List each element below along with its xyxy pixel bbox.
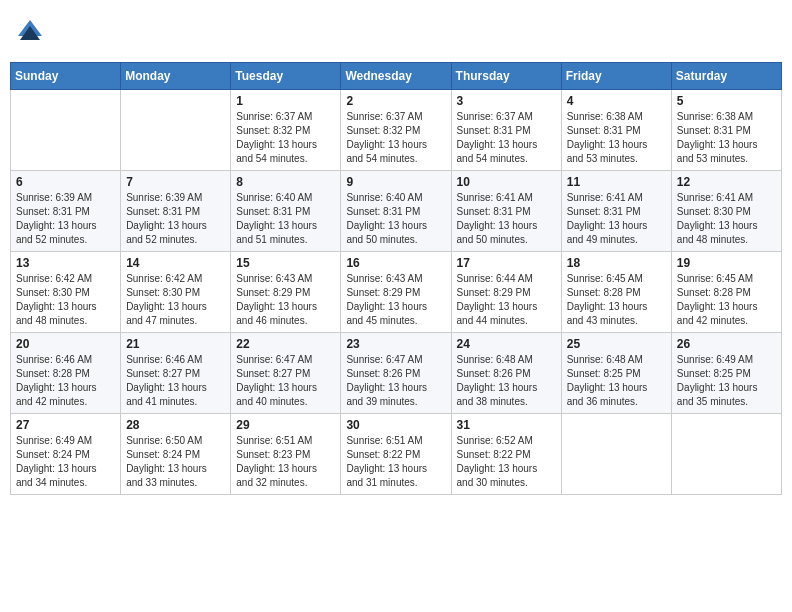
calendar-cell: 29Sunrise: 6:51 AM Sunset: 8:23 PM Dayli… [231,414,341,495]
day-number: 30 [346,418,445,432]
calendar-cell: 13Sunrise: 6:42 AM Sunset: 8:30 PM Dayli… [11,252,121,333]
day-number: 3 [457,94,556,108]
day-number: 2 [346,94,445,108]
day-info: Sunrise: 6:45 AM Sunset: 8:28 PM Dayligh… [677,272,776,328]
day-info: Sunrise: 6:42 AM Sunset: 8:30 PM Dayligh… [126,272,225,328]
day-info: Sunrise: 6:42 AM Sunset: 8:30 PM Dayligh… [16,272,115,328]
day-header-monday: Monday [121,63,231,90]
calendar-cell: 12Sunrise: 6:41 AM Sunset: 8:30 PM Dayli… [671,171,781,252]
day-info: Sunrise: 6:37 AM Sunset: 8:32 PM Dayligh… [236,110,335,166]
calendar-cell: 3Sunrise: 6:37 AM Sunset: 8:31 PM Daylig… [451,90,561,171]
day-info: Sunrise: 6:43 AM Sunset: 8:29 PM Dayligh… [346,272,445,328]
day-info: Sunrise: 6:39 AM Sunset: 8:31 PM Dayligh… [16,191,115,247]
calendar-cell: 4Sunrise: 6:38 AM Sunset: 8:31 PM Daylig… [561,90,671,171]
calendar-cell: 19Sunrise: 6:45 AM Sunset: 8:28 PM Dayli… [671,252,781,333]
day-number: 6 [16,175,115,189]
calendar-cell: 9Sunrise: 6:40 AM Sunset: 8:31 PM Daylig… [341,171,451,252]
day-header-thursday: Thursday [451,63,561,90]
calendar-cell: 16Sunrise: 6:43 AM Sunset: 8:29 PM Dayli… [341,252,451,333]
day-info: Sunrise: 6:49 AM Sunset: 8:24 PM Dayligh… [16,434,115,490]
day-number: 26 [677,337,776,351]
day-number: 23 [346,337,445,351]
day-info: Sunrise: 6:41 AM Sunset: 8:31 PM Dayligh… [457,191,556,247]
day-number: 31 [457,418,556,432]
calendar-cell: 6Sunrise: 6:39 AM Sunset: 8:31 PM Daylig… [11,171,121,252]
calendar-cell: 17Sunrise: 6:44 AM Sunset: 8:29 PM Dayli… [451,252,561,333]
day-number: 19 [677,256,776,270]
day-info: Sunrise: 6:47 AM Sunset: 8:26 PM Dayligh… [346,353,445,409]
calendar-cell: 31Sunrise: 6:52 AM Sunset: 8:22 PM Dayli… [451,414,561,495]
calendar-cell [121,90,231,171]
day-info: Sunrise: 6:47 AM Sunset: 8:27 PM Dayligh… [236,353,335,409]
day-info: Sunrise: 6:51 AM Sunset: 8:23 PM Dayligh… [236,434,335,490]
calendar-cell: 30Sunrise: 6:51 AM Sunset: 8:22 PM Dayli… [341,414,451,495]
day-header-friday: Friday [561,63,671,90]
day-info: Sunrise: 6:37 AM Sunset: 8:31 PM Dayligh… [457,110,556,166]
day-number: 11 [567,175,666,189]
day-number: 12 [677,175,776,189]
day-number: 20 [16,337,115,351]
calendar-cell: 20Sunrise: 6:46 AM Sunset: 8:28 PM Dayli… [11,333,121,414]
calendar-cell: 28Sunrise: 6:50 AM Sunset: 8:24 PM Dayli… [121,414,231,495]
calendar-cell: 5Sunrise: 6:38 AM Sunset: 8:31 PM Daylig… [671,90,781,171]
day-info: Sunrise: 6:44 AM Sunset: 8:29 PM Dayligh… [457,272,556,328]
calendar-cell: 1Sunrise: 6:37 AM Sunset: 8:32 PM Daylig… [231,90,341,171]
day-number: 5 [677,94,776,108]
calendar-header-row: SundayMondayTuesdayWednesdayThursdayFrid… [11,63,782,90]
calendar-table: SundayMondayTuesdayWednesdayThursdayFrid… [10,62,782,495]
calendar-week-5: 27Sunrise: 6:49 AM Sunset: 8:24 PM Dayli… [11,414,782,495]
day-number: 10 [457,175,556,189]
calendar-cell: 18Sunrise: 6:45 AM Sunset: 8:28 PM Dayli… [561,252,671,333]
day-header-saturday: Saturday [671,63,781,90]
day-number: 17 [457,256,556,270]
calendar-cell [561,414,671,495]
day-info: Sunrise: 6:43 AM Sunset: 8:29 PM Dayligh… [236,272,335,328]
day-number: 16 [346,256,445,270]
calendar-cell [11,90,121,171]
calendar-cell: 10Sunrise: 6:41 AM Sunset: 8:31 PM Dayli… [451,171,561,252]
day-number: 28 [126,418,225,432]
calendar-cell: 23Sunrise: 6:47 AM Sunset: 8:26 PM Dayli… [341,333,451,414]
day-info: Sunrise: 6:38 AM Sunset: 8:31 PM Dayligh… [567,110,666,166]
day-info: Sunrise: 6:48 AM Sunset: 8:26 PM Dayligh… [457,353,556,409]
calendar-week-3: 13Sunrise: 6:42 AM Sunset: 8:30 PM Dayli… [11,252,782,333]
day-header-sunday: Sunday [11,63,121,90]
calendar-cell: 24Sunrise: 6:48 AM Sunset: 8:26 PM Dayli… [451,333,561,414]
day-info: Sunrise: 6:48 AM Sunset: 8:25 PM Dayligh… [567,353,666,409]
day-info: Sunrise: 6:50 AM Sunset: 8:24 PM Dayligh… [126,434,225,490]
day-number: 27 [16,418,115,432]
day-number: 15 [236,256,335,270]
day-number: 25 [567,337,666,351]
day-info: Sunrise: 6:46 AM Sunset: 8:28 PM Dayligh… [16,353,115,409]
day-number: 4 [567,94,666,108]
day-number: 29 [236,418,335,432]
day-number: 13 [16,256,115,270]
day-number: 18 [567,256,666,270]
day-info: Sunrise: 6:40 AM Sunset: 8:31 PM Dayligh… [236,191,335,247]
day-number: 9 [346,175,445,189]
calendar-cell: 7Sunrise: 6:39 AM Sunset: 8:31 PM Daylig… [121,171,231,252]
calendar-cell: 25Sunrise: 6:48 AM Sunset: 8:25 PM Dayli… [561,333,671,414]
calendar-cell: 2Sunrise: 6:37 AM Sunset: 8:32 PM Daylig… [341,90,451,171]
day-info: Sunrise: 6:38 AM Sunset: 8:31 PM Dayligh… [677,110,776,166]
day-info: Sunrise: 6:52 AM Sunset: 8:22 PM Dayligh… [457,434,556,490]
day-info: Sunrise: 6:51 AM Sunset: 8:22 PM Dayligh… [346,434,445,490]
day-info: Sunrise: 6:39 AM Sunset: 8:31 PM Dayligh… [126,191,225,247]
calendar-cell: 11Sunrise: 6:41 AM Sunset: 8:31 PM Dayli… [561,171,671,252]
calendar-cell: 14Sunrise: 6:42 AM Sunset: 8:30 PM Dayli… [121,252,231,333]
day-number: 7 [126,175,225,189]
calendar-cell: 21Sunrise: 6:46 AM Sunset: 8:27 PM Dayli… [121,333,231,414]
page-header [10,10,782,54]
calendar-cell: 15Sunrise: 6:43 AM Sunset: 8:29 PM Dayli… [231,252,341,333]
day-info: Sunrise: 6:37 AM Sunset: 8:32 PM Dayligh… [346,110,445,166]
calendar-cell: 8Sunrise: 6:40 AM Sunset: 8:31 PM Daylig… [231,171,341,252]
day-header-tuesday: Tuesday [231,63,341,90]
day-number: 14 [126,256,225,270]
day-number: 22 [236,337,335,351]
day-number: 1 [236,94,335,108]
day-info: Sunrise: 6:45 AM Sunset: 8:28 PM Dayligh… [567,272,666,328]
calendar-cell: 26Sunrise: 6:49 AM Sunset: 8:25 PM Dayli… [671,333,781,414]
calendar-cell [671,414,781,495]
calendar-week-1: 1Sunrise: 6:37 AM Sunset: 8:32 PM Daylig… [11,90,782,171]
day-info: Sunrise: 6:41 AM Sunset: 8:30 PM Dayligh… [677,191,776,247]
